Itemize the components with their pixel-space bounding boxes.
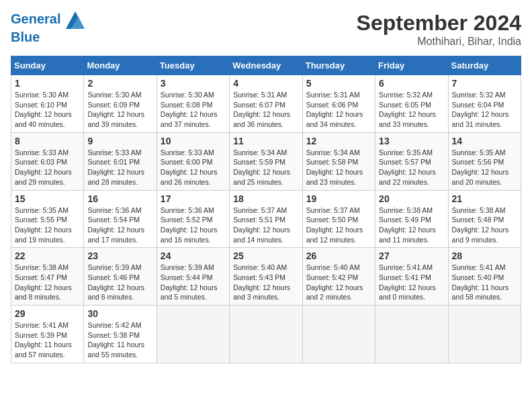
- day-info: Sunrise: 5:40 AMSunset: 5:42 PMDaylight:…: [306, 263, 371, 302]
- day-number: 5: [306, 78, 371, 89]
- day-info: Sunrise: 5:37 AMSunset: 5:50 PMDaylight:…: [306, 205, 371, 245]
- header-thursday: Thursday: [302, 56, 375, 75]
- day-info: Sunrise: 5:38 AMSunset: 5:49 PMDaylight:…: [379, 205, 444, 245]
- calendar-day-19: 19Sunrise: 5:37 AMSunset: 5:50 PMDayligh…: [302, 190, 375, 248]
- day-number: 2: [87, 78, 152, 89]
- day-info: Sunrise: 5:33 AMSunset: 6:00 PMDaylight:…: [161, 148, 226, 187]
- header-sunday: Sunday: [11, 56, 84, 75]
- day-number: 19: [306, 193, 371, 204]
- calendar-day-4: 4Sunrise: 5:31 AMSunset: 6:07 PMDaylight…: [230, 75, 302, 133]
- day-number: 30: [87, 308, 152, 319]
- logo-subtext: Blue: [11, 30, 85, 45]
- calendar-week-row: 22Sunrise: 5:38 AMSunset: 5:47 PMDayligh…: [11, 248, 521, 306]
- day-number: 21: [452, 193, 517, 204]
- day-number: 8: [15, 136, 80, 146]
- header-wednesday: Wednesday: [230, 56, 302, 75]
- day-info: Sunrise: 5:30 AMSunset: 6:09 PMDaylight:…: [87, 90, 152, 130]
- calendar-week-row: 8Sunrise: 5:33 AMSunset: 6:03 PMDaylight…: [11, 132, 521, 190]
- day-info: Sunrise: 5:34 AMSunset: 5:59 PMDaylight:…: [233, 148, 298, 187]
- day-info: Sunrise: 5:40 AMSunset: 5:43 PMDaylight:…: [233, 263, 298, 302]
- calendar-day-18: 18Sunrise: 5:37 AMSunset: 5:51 PMDayligh…: [230, 190, 302, 248]
- calendar-cell: [157, 306, 229, 363]
- calendar-day-3: 3Sunrise: 5:30 AMSunset: 6:08 PMDaylight…: [157, 75, 229, 133]
- calendar-week-row: 29Sunrise: 5:41 AMSunset: 5:39 PMDayligh…: [11, 306, 521, 363]
- day-info: Sunrise: 5:38 AMSunset: 5:47 PMDaylight:…: [15, 263, 80, 302]
- day-info: Sunrise: 5:34 AMSunset: 5:58 PMDaylight:…: [306, 148, 371, 187]
- calendar-day-27: 27Sunrise: 5:41 AMSunset: 5:41 PMDayligh…: [375, 248, 448, 306]
- day-info: Sunrise: 5:33 AMSunset: 6:01 PMDaylight:…: [87, 148, 152, 187]
- day-number: 16: [87, 193, 152, 204]
- day-number: 23: [87, 250, 152, 261]
- logo-icon: [66, 11, 85, 30]
- header-saturday: Saturday: [448, 56, 521, 75]
- day-info: Sunrise: 5:41 AMSunset: 5:41 PMDaylight:…: [379, 263, 444, 302]
- day-number: 28: [452, 250, 517, 261]
- day-number: 3: [161, 78, 226, 89]
- calendar-day-7: 7Sunrise: 5:32 AMSunset: 6:04 PMDaylight…: [448, 75, 521, 133]
- day-info: Sunrise: 5:39 AMSunset: 5:46 PMDaylight:…: [87, 263, 152, 302]
- day-number: 25: [233, 250, 298, 261]
- calendar-day-13: 13Sunrise: 5:35 AMSunset: 5:57 PMDayligh…: [375, 132, 448, 190]
- calendar-cell: [448, 306, 521, 363]
- day-number: 6: [379, 78, 444, 89]
- calendar-day-8: 8Sunrise: 5:33 AMSunset: 6:03 PMDaylight…: [11, 132, 84, 190]
- logo-text: General: [11, 11, 85, 30]
- day-number: 24: [161, 250, 226, 261]
- header-friday: Friday: [375, 56, 448, 75]
- calendar-day-17: 17Sunrise: 5:36 AMSunset: 5:52 PMDayligh…: [157, 190, 229, 248]
- day-number: 17: [161, 193, 226, 204]
- logo: General Blue: [11, 11, 85, 45]
- calendar-day-24: 24Sunrise: 5:39 AMSunset: 5:44 PMDayligh…: [157, 248, 229, 306]
- day-info: Sunrise: 5:35 AMSunset: 5:57 PMDaylight:…: [379, 148, 444, 187]
- header-tuesday: Tuesday: [157, 56, 229, 75]
- day-info: Sunrise: 5:35 AMSunset: 5:56 PMDaylight:…: [452, 148, 517, 187]
- calendar-table: SundayMondayTuesdayWednesdayThursdayFrid…: [11, 56, 521, 363]
- calendar-day-14: 14Sunrise: 5:35 AMSunset: 5:56 PMDayligh…: [448, 132, 521, 190]
- calendar-day-6: 6Sunrise: 5:32 AMSunset: 6:05 PMDaylight…: [375, 75, 448, 133]
- day-info: Sunrise: 5:32 AMSunset: 6:05 PMDaylight:…: [379, 90, 444, 130]
- day-info: Sunrise: 5:36 AMSunset: 5:54 PMDaylight:…: [87, 205, 152, 245]
- day-info: Sunrise: 5:38 AMSunset: 5:48 PMDaylight:…: [452, 205, 517, 245]
- calendar-day-2: 2Sunrise: 5:30 AMSunset: 6:09 PMDaylight…: [84, 75, 157, 133]
- calendar-day-26: 26Sunrise: 5:40 AMSunset: 5:42 PMDayligh…: [302, 248, 375, 306]
- day-info: Sunrise: 5:37 AMSunset: 5:51 PMDaylight:…: [233, 205, 298, 245]
- month-title: September 2024: [357, 11, 521, 36]
- day-number: 1: [15, 78, 80, 89]
- day-info: Sunrise: 5:42 AMSunset: 5:38 PMDaylight:…: [87, 320, 152, 360]
- day-number: 27: [379, 250, 444, 261]
- day-info: Sunrise: 5:32 AMSunset: 6:04 PMDaylight:…: [452, 90, 517, 130]
- day-number: 20: [379, 193, 444, 204]
- calendar-day-16: 16Sunrise: 5:36 AMSunset: 5:54 PMDayligh…: [84, 190, 157, 248]
- day-number: 14: [452, 136, 517, 146]
- calendar-day-22: 22Sunrise: 5:38 AMSunset: 5:47 PMDayligh…: [11, 248, 84, 306]
- calendar-cell: [230, 306, 302, 363]
- day-info: Sunrise: 5:39 AMSunset: 5:44 PMDaylight:…: [161, 263, 226, 302]
- calendar-day-15: 15Sunrise: 5:35 AMSunset: 5:55 PMDayligh…: [11, 190, 84, 248]
- calendar-header-row: SundayMondayTuesdayWednesdayThursdayFrid…: [11, 56, 521, 75]
- day-number: 10: [161, 136, 226, 146]
- day-info: Sunrise: 5:35 AMSunset: 5:55 PMDaylight:…: [15, 205, 80, 245]
- day-info: Sunrise: 5:31 AMSunset: 6:07 PMDaylight:…: [233, 90, 298, 130]
- calendar-day-29: 29Sunrise: 5:41 AMSunset: 5:39 PMDayligh…: [11, 306, 84, 363]
- day-number: 9: [87, 136, 152, 146]
- calendar-cell: [375, 306, 448, 363]
- day-number: 4: [233, 78, 298, 89]
- day-number: 22: [15, 250, 80, 261]
- day-number: 7: [452, 78, 517, 89]
- day-info: Sunrise: 5:41 AMSunset: 5:40 PMDaylight:…: [452, 263, 517, 302]
- day-info: Sunrise: 5:33 AMSunset: 6:03 PMDaylight:…: [15, 148, 80, 187]
- day-info: Sunrise: 5:36 AMSunset: 5:52 PMDaylight:…: [161, 205, 226, 245]
- day-number: 18: [233, 193, 298, 204]
- day-info: Sunrise: 5:31 AMSunset: 6:06 PMDaylight:…: [306, 90, 371, 130]
- day-number: 11: [233, 136, 298, 146]
- day-info: Sunrise: 5:41 AMSunset: 5:39 PMDaylight:…: [15, 320, 80, 360]
- day-number: 15: [15, 193, 80, 204]
- calendar-day-21: 21Sunrise: 5:38 AMSunset: 5:48 PMDayligh…: [448, 190, 521, 248]
- day-number: 26: [306, 250, 371, 261]
- title-block: September 2024 Mothihari, Bihar, India: [357, 11, 521, 48]
- calendar-day-5: 5Sunrise: 5:31 AMSunset: 6:06 PMDaylight…: [302, 75, 375, 133]
- page-header: General Blue September 2024 Mothihari, B…: [11, 11, 521, 48]
- calendar-week-row: 1Sunrise: 5:30 AMSunset: 6:10 PMDaylight…: [11, 75, 521, 133]
- calendar-day-20: 20Sunrise: 5:38 AMSunset: 5:49 PMDayligh…: [375, 190, 448, 248]
- calendar-day-28: 28Sunrise: 5:41 AMSunset: 5:40 PMDayligh…: [448, 248, 521, 306]
